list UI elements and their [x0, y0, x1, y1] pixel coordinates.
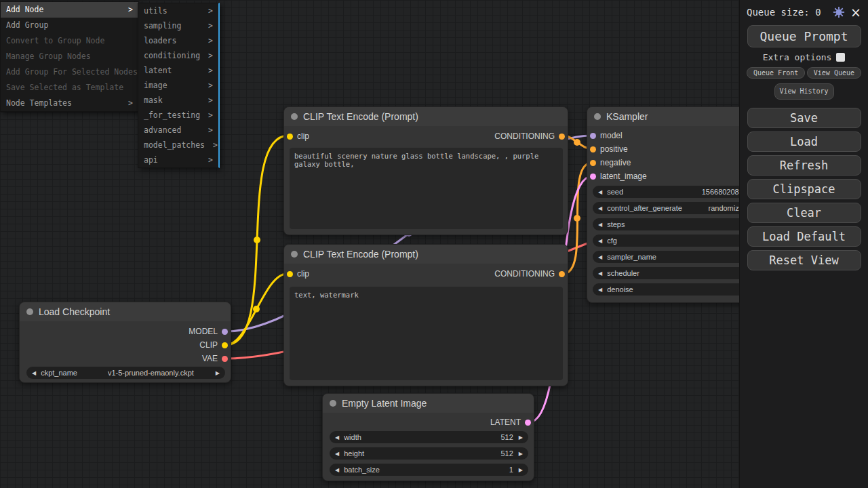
input-slot-model[interactable]: model: [590, 129, 627, 142]
queue-size-row: Queue size: 0 ×: [740, 0, 868, 21]
widget-height[interactable]: ◀ height 512 ▶: [330, 447, 528, 460]
increment-arrow-icon[interactable]: ▶: [519, 451, 523, 457]
increment-arrow-icon[interactable]: ▶: [519, 467, 523, 473]
slot-dot-negative[interactable]: [590, 160, 596, 166]
slot-dot-clip[interactable]: [222, 342, 228, 348]
widget-value: v1-5-pruned-emaonly.ckpt: [108, 369, 194, 377]
node-ksampler[interactable]: KSampler model positive negative latent_…: [587, 106, 763, 303]
prompt-textarea[interactable]: text, watermark: [290, 287, 563, 380]
slot-dot-latent-image[interactable]: [590, 174, 596, 180]
submenu-item-api[interactable]: api >: [138, 152, 218, 167]
submenu-item-utils[interactable]: utils >: [138, 3, 218, 18]
slot-dot-model[interactable]: [590, 133, 596, 139]
refresh-button[interactable]: Refresh: [747, 155, 861, 176]
close-sidebar-icon[interactable]: ×: [850, 7, 861, 18]
clipspace-button[interactable]: Clipspace: [747, 179, 861, 199]
slot-dot-model[interactable]: [222, 329, 228, 335]
widget-control-after-generate[interactable]: ◀ control_after_generate randomize ▶: [593, 202, 758, 214]
submenu-item-sampling[interactable]: sampling >: [138, 18, 218, 33]
decrement-arrow-icon[interactable]: ◀: [598, 222, 602, 228]
menu-item-label: sampling: [144, 18, 181, 33]
view-queue-button[interactable]: View Queue: [807, 67, 861, 79]
load-default-button[interactable]: Load Default: [747, 226, 861, 247]
increment-arrow-icon[interactable]: ▶: [519, 434, 523, 441]
widget-seed[interactable]: ◀ seed 1566802087 ▶: [593, 186, 758, 198]
decrement-arrow-icon[interactable]: ◀: [598, 287, 602, 293]
output-slot-conditioning[interactable]: CONDITIONING: [490, 130, 565, 142]
submenu-item-mask[interactable]: mask >: [138, 93, 218, 108]
node-header[interactable]: Empty Latent Image: [323, 394, 534, 413]
node-clip-text-encode-1[interactable]: CLIP Text Encode (Prompt) clip CONDITION…: [283, 106, 568, 235]
widget-scheduler[interactable]: ◀ scheduler ▶: [593, 267, 758, 279]
slot-dot-conditioning[interactable]: [559, 134, 565, 140]
submenu-item-for-testing[interactable]: _for_testing >: [138, 108, 218, 123]
node-header[interactable]: KSampler: [587, 107, 762, 126]
widget-denoise[interactable]: ◀ denoise ▶: [593, 283, 758, 296]
submenu-item-image[interactable]: image >: [138, 78, 218, 93]
queue-front-button[interactable]: Queue Front: [747, 67, 805, 79]
submenu-item-loaders[interactable]: loaders >: [138, 33, 218, 48]
settings-gear-icon[interactable]: [833, 6, 845, 18]
decrement-arrow-icon[interactable]: ◀: [598, 254, 602, 260]
decrement-arrow-icon[interactable]: ◀: [32, 370, 36, 376]
input-slot-clip[interactable]: clip: [287, 268, 313, 280]
output-slot-latent[interactable]: LATENT: [486, 416, 531, 428]
output-slot-conditioning[interactable]: CONDITIONING: [490, 268, 565, 280]
decrement-arrow-icon[interactable]: ◀: [335, 451, 339, 457]
collapse-dot-icon[interactable]: [26, 308, 33, 315]
menu-item-node-templates[interactable]: Node Templates >: [1, 96, 138, 111]
submenu-item-advanced[interactable]: advanced >: [138, 123, 218, 138]
input-slot-clip[interactable]: clip: [287, 130, 313, 142]
collapse-dot-icon[interactable]: [330, 400, 336, 407]
input-slot-negative[interactable]: negative: [590, 157, 635, 169]
output-slot-model[interactable]: MODEL: [184, 325, 228, 338]
submenu-item-model-patches[interactable]: model_patches >: [138, 138, 218, 152]
collapse-dot-icon[interactable]: [291, 251, 298, 258]
slot-dot-latent[interactable]: [525, 420, 531, 426]
decrement-arrow-icon[interactable]: ◀: [335, 434, 339, 441]
collapse-dot-icon[interactable]: [594, 113, 601, 120]
input-slot-latent-image[interactable]: latent_image: [590, 170, 651, 182]
control-sidebar: Queue size: 0 × Queue Prompt Extra optio…: [739, 0, 868, 488]
decrement-arrow-icon[interactable]: ◀: [598, 270, 602, 277]
node-header[interactable]: CLIP Text Encode (Prompt): [284, 245, 568, 264]
node-header[interactable]: Load Checkpoint: [20, 302, 231, 321]
widget-width[interactable]: ◀ width 512 ▶: [330, 431, 528, 443]
menu-item-add-group[interactable]: Add Group: [1, 18, 138, 33]
widget-cfg[interactable]: ◀ cfg ▶: [593, 235, 758, 247]
increment-arrow-icon[interactable]: ▶: [216, 370, 220, 376]
slot-dot-clip[interactable]: [287, 134, 293, 140]
submenu-item-latent[interactable]: latent >: [138, 63, 218, 78]
queue-prompt-button[interactable]: Queue Prompt: [747, 25, 861, 47]
submenu-item-conditioning[interactable]: conditioning >: [138, 48, 218, 63]
reset-view-button[interactable]: Reset View: [747, 250, 861, 270]
widget-batch-size[interactable]: ◀ batch_size 1 ▶: [330, 464, 528, 476]
node-empty-latent-image[interactable]: Empty Latent Image LATENT ◀ width 512 ▶ …: [322, 393, 534, 481]
decrement-arrow-icon[interactable]: ◀: [598, 205, 602, 211]
clear-button[interactable]: Clear: [747, 203, 861, 223]
slot-dot-vae[interactable]: [222, 356, 228, 362]
decrement-arrow-icon[interactable]: ◀: [335, 467, 339, 473]
decrement-arrow-icon[interactable]: ◀: [598, 189, 602, 195]
slot-dot-conditioning[interactable]: [559, 271, 565, 277]
output-slot-clip[interactable]: CLIP: [195, 339, 228, 351]
extra-options-checkbox[interactable]: [836, 53, 845, 62]
node-load-checkpoint[interactable]: Load Checkpoint MODEL CLIP VAE ◀ ckpt_na…: [19, 302, 231, 383]
slot-label: MODEL: [189, 327, 218, 336]
widget-steps[interactable]: ◀ steps ▶: [593, 218, 758, 230]
menu-item-add-node[interactable]: Add Node >: [1, 2, 138, 18]
load-button[interactable]: Load: [747, 131, 861, 152]
node-header[interactable]: CLIP Text Encode (Prompt): [284, 107, 568, 126]
slot-dot-positive[interactable]: [590, 146, 596, 152]
view-history-button[interactable]: View History: [774, 83, 834, 100]
prompt-textarea[interactable]: beautiful scenery nature glass bottle la…: [290, 148, 563, 229]
input-slot-positive[interactable]: positive: [590, 143, 632, 155]
decrement-arrow-icon[interactable]: ◀: [598, 238, 602, 244]
save-button[interactable]: Save: [747, 108, 861, 128]
collapse-dot-icon[interactable]: [291, 113, 298, 120]
slot-dot-clip[interactable]: [287, 271, 293, 277]
widget-ckpt-name[interactable]: ◀ ckpt_name v1-5-pruned-emaonly.ckpt ▶: [26, 367, 225, 379]
output-slot-vae[interactable]: VAE: [198, 352, 228, 365]
widget-sampler-name[interactable]: ◀ sampler_name ▶: [593, 251, 758, 263]
node-clip-text-encode-2[interactable]: CLIP Text Encode (Prompt) clip CONDITION…: [283, 244, 568, 386]
